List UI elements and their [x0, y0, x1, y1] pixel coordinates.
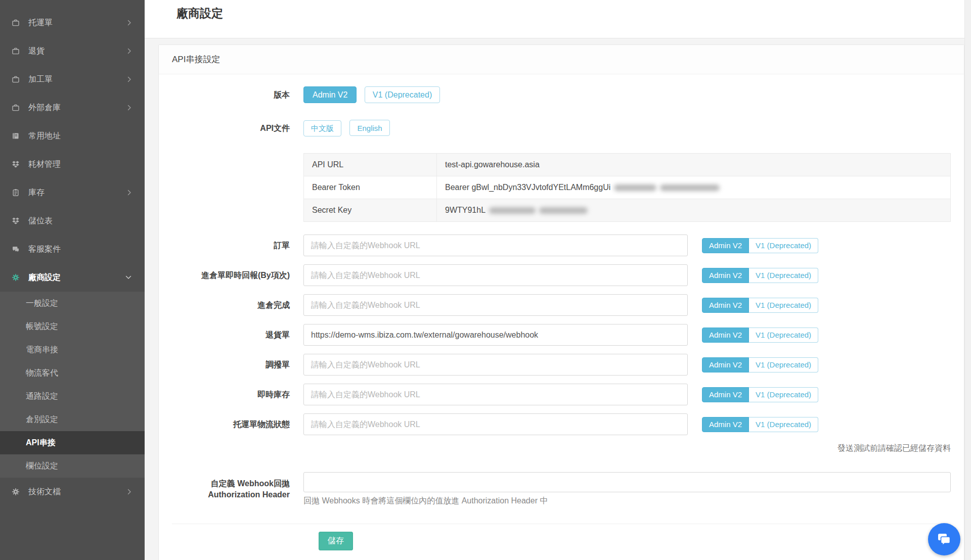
content-area: API串接設定 版本 Admin V2 V1 (Deprecated) API文…	[145, 38, 971, 560]
webhook-admin-v2-button[interactable]: Admin V2	[702, 268, 749, 283]
table-row: API URL test-api.gowarehouse.asia	[304, 154, 951, 176]
webhook-v1-button[interactable]: V1 (Deprecated)	[749, 417, 818, 432]
webhook-admin-v2-button[interactable]: Admin V2	[702, 298, 749, 313]
secret-key-key: Secret Key	[304, 199, 437, 222]
sidebar-item-technical-docs[interactable]: 技術文檔	[0, 478, 145, 506]
webhook-url-input[interactable]	[303, 324, 688, 346]
submenu-item-label: 一般設定	[26, 298, 58, 309]
sidebar-item-inventory[interactable]: 庫存	[0, 178, 145, 207]
sidebar-item-storage-map[interactable]: 儲位表	[0, 207, 145, 235]
version-v1-button[interactable]: V1 (Deprecated)	[365, 86, 440, 103]
chat-fab-button[interactable]	[928, 523, 960, 555]
webhook-version-buttons: Admin V2 V1 (Deprecated)	[702, 417, 818, 432]
version-admin-v2-button[interactable]: Admin V2	[303, 86, 357, 103]
webhook-version-buttons: Admin V2 V1 (Deprecated)	[702, 268, 818, 283]
sidebar-item-addresses[interactable]: 常用地址	[0, 122, 145, 150]
auth-header-label: 自定義 Webhook回拋 Authorization Header	[172, 478, 290, 500]
sidebar-item-label: 常用地址	[28, 131, 61, 142]
webhook-v1-button[interactable]: V1 (Deprecated)	[749, 328, 818, 343]
sidebar-item-returns[interactable]: 退貨	[0, 37, 145, 65]
webhook-v1-button[interactable]: V1 (Deprecated)	[749, 298, 818, 313]
submenu-item-channel-settings[interactable]: 通路設定	[0, 385, 145, 408]
submenu-item-field-settings[interactable]: 欄位設定	[0, 454, 145, 478]
webhook-label: 進倉單即時回報(By項次)	[172, 270, 290, 281]
bearer-token-text: Bearer gBwl_nbDyn33VJvtofdYEtLAMm6ggUi	[445, 183, 610, 192]
webhook-url-input[interactable]	[303, 384, 688, 405]
sidebar-item-label: 外部倉庫	[28, 103, 61, 113]
webhook-version-buttons: Admin V2 V1 (Deprecated)	[702, 298, 818, 313]
sidebar-item-support-cases[interactable]: 客服案件	[0, 235, 145, 263]
sidebar-item-processing[interactable]: 加工單	[0, 65, 145, 94]
webhook-admin-v2-button[interactable]: Admin V2	[702, 238, 749, 253]
webhook-label: 即時庫存	[172, 389, 290, 400]
webhook-admin-v2-button[interactable]: Admin V2	[702, 328, 749, 343]
submenu-item-label: 通路設定	[26, 391, 58, 402]
sidebar-item-label: 加工單	[28, 74, 53, 85]
sidebar-item-external-warehouse[interactable]: 外部倉庫	[0, 94, 145, 122]
dropbox-icon	[10, 217, 21, 225]
sidebar-item-label: 托運單	[28, 18, 53, 28]
submenu-item-logistics-accounts[interactable]: 物流客代	[0, 361, 145, 385]
webhook-row-inbound-complete: 進倉完成 Admin V2 V1 (Deprecated)	[172, 294, 951, 316]
divider	[172, 524, 951, 524]
webhook-row-realtime-inventory: 即時庫存 Admin V2 V1 (Deprecated)	[172, 384, 951, 405]
sidebar-item-consumables[interactable]: 耗材管理	[0, 150, 145, 178]
table-row: Secret Key 9WTY91hL	[304, 199, 951, 222]
webhook-url-input[interactable]	[303, 235, 688, 256]
sidebar-item-label: 退貨	[28, 46, 45, 57]
webhook-admin-v2-button[interactable]: Admin V2	[702, 357, 749, 372]
webhook-v1-button[interactable]: V1 (Deprecated)	[749, 238, 818, 253]
redacted-blur	[660, 184, 720, 191]
webhook-url-input[interactable]	[303, 413, 688, 435]
webhook-row-transfer: 調撥單 Admin V2 V1 (Deprecated)	[172, 354, 951, 376]
api-docs-label: API文件	[172, 123, 290, 133]
submenu-item-general-settings[interactable]: 一般設定	[0, 292, 145, 315]
submenu-item-ecommerce-integration[interactable]: 電商串接	[0, 338, 145, 361]
webhook-url-input[interactable]	[303, 294, 688, 316]
webhook-v1-button[interactable]: V1 (Deprecated)	[749, 387, 818, 402]
webhook-url-input[interactable]	[303, 354, 688, 376]
webhook-v1-button[interactable]: V1 (Deprecated)	[749, 357, 818, 372]
webhook-row-inbound-realtime: 進倉單即時回報(By項次) Admin V2 V1 (Deprecated)	[172, 264, 951, 286]
webhook-version-buttons: Admin V2 V1 (Deprecated)	[702, 238, 818, 253]
address-book-icon	[10, 132, 21, 140]
webhook-v1-button[interactable]: V1 (Deprecated)	[749, 268, 818, 283]
page-title: 廠商設定	[176, 6, 971, 21]
submenu-item-label: 電商串接	[26, 345, 58, 355]
sidebar-item-vendor-settings[interactable]: 廠商設定	[0, 263, 145, 292]
save-before-test-note: 發送測試前請確認已經儲存資料	[172, 443, 951, 454]
webhook-row-shipment-status: 托運單物流狀態 Admin V2 V1 (Deprecated)	[172, 413, 951, 435]
secret-key-value: 9WTY91hL	[437, 199, 951, 222]
version-row: 版本 Admin V2 V1 (Deprecated)	[172, 86, 951, 103]
auth-header-input[interactable]	[303, 472, 951, 492]
submenu-item-api-integration[interactable]: API串接	[0, 431, 145, 454]
auth-header-row: 自定義 Webhook回拋 Authorization Header 回拋 We…	[172, 472, 951, 506]
main-area: 廠商設定 API串接設定 版本 Admin V2 V1 (Deprecated)…	[145, 0, 971, 560]
docs-chinese-button[interactable]: 中文版	[303, 120, 341, 136]
sidebar-item-consignment[interactable]: 托運單	[0, 9, 145, 37]
secret-key-text: 9WTY91hL	[445, 206, 486, 214]
scrollbar[interactable]	[964, 0, 971, 560]
api-docs-row: API文件 中文版 English	[172, 120, 951, 136]
save-button[interactable]: 儲存	[319, 532, 353, 550]
auth-control: 回拋 Webhooks 時會將這個欄位內的值放進 Authorization H…	[303, 472, 951, 506]
submenu-item-label: 物流客代	[26, 368, 58, 379]
webhook-admin-v2-button[interactable]: Admin V2	[702, 387, 749, 402]
submenu-item-warehouse-settings[interactable]: 倉別設定	[0, 408, 145, 431]
chat-icon	[937, 532, 952, 547]
page-header: 廠商設定	[145, 0, 971, 38]
webhook-label: 調撥單	[172, 359, 290, 370]
submenu-item-account-settings[interactable]: 帳號設定	[0, 315, 145, 338]
webhook-label: 退貨單	[172, 330, 290, 340]
webhook-url-input[interactable]	[303, 264, 688, 286]
submenu-item-label: 欄位設定	[26, 461, 58, 472]
webhook-row-orders: 訂單 Admin V2 V1 (Deprecated)	[172, 235, 951, 256]
api-settings-card: API串接設定 版本 Admin V2 V1 (Deprecated) API文…	[158, 44, 964, 560]
chevron-right-icon	[127, 76, 131, 82]
docs-english-button[interactable]: English	[349, 120, 389, 136]
sidebar-item-label: 技術文檔	[28, 487, 61, 497]
submenu-item-label: 帳號設定	[26, 321, 58, 332]
api-info-row: API URL test-api.gowarehouse.asia Bearer…	[172, 153, 951, 222]
webhook-admin-v2-button[interactable]: Admin V2	[702, 417, 749, 432]
submenu-item-label: API串接	[26, 438, 56, 448]
